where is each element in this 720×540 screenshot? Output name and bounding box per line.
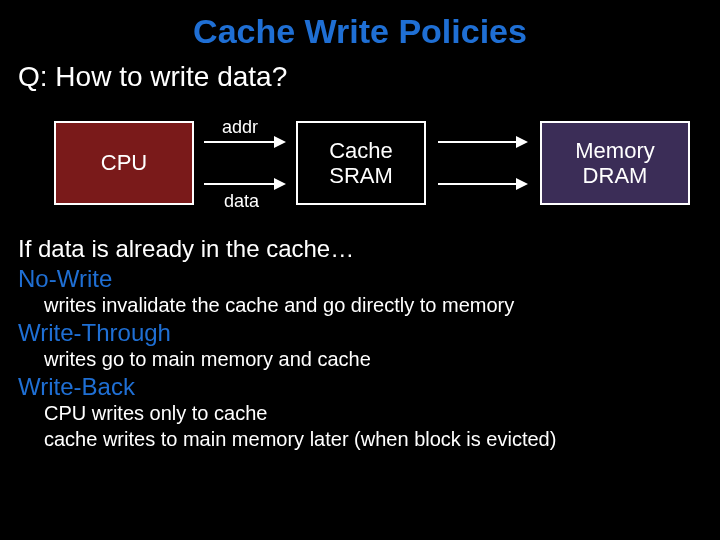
memory-label-1: Memory [542,138,688,163]
arrow-data-icon [204,183,284,185]
arrow-cache-mem-2-icon [438,183,526,185]
diagram: CPU Cache SRAM Memory DRAM addr data [28,111,702,221]
policy-write-back-desc-2: cache writes to main memory later (when … [44,427,702,451]
memory-box: Memory DRAM [540,121,690,205]
memory-label-2: DRAM [542,163,688,188]
lead-text: If data is already in the cache… [18,235,702,263]
slide: Cache Write Policies Q: How to write dat… [0,0,720,540]
arrow-cache-mem-1-icon [438,141,526,143]
cache-label-1: Cache [298,138,424,163]
slide-title: Cache Write Policies [18,12,702,51]
cpu-label: CPU [56,150,192,175]
policy-write-back-desc-1: CPU writes only to cache [44,401,702,425]
policy-write-through-desc: writes go to main memory and cache [44,347,702,371]
cpu-box: CPU [54,121,194,205]
policy-no-write-desc: writes invalidate the cache and go direc… [44,293,702,317]
cache-label-2: SRAM [298,163,424,188]
policy-write-back: Write-Back [18,373,702,401]
cache-box: Cache SRAM [296,121,426,205]
body-text: If data is already in the cache… No-Writ… [18,235,702,451]
policy-write-through: Write-Through [18,319,702,347]
question-text: Q: How to write data? [18,61,702,93]
policy-no-write: No-Write [18,265,702,293]
arrow-addr-icon [204,141,284,143]
addr-label: addr [222,117,258,138]
data-label: data [224,191,259,212]
